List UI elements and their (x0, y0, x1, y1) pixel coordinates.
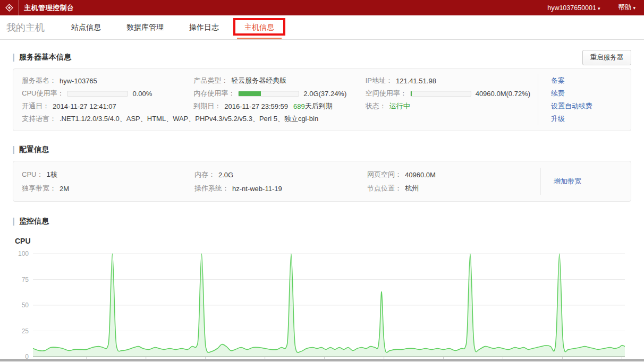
memory-usage-progressbar (238, 91, 299, 97)
main-nav: 我的主机 站点信息 数据库管理 操作日志 主机信息 (0, 15, 644, 40)
section-marker (13, 218, 14, 226)
svg-text:50: 50 (22, 301, 29, 309)
config-cpu: 1核 (46, 170, 57, 179)
upgrade-link[interactable]: 升级 (551, 115, 565, 123)
cpu-usage-value: 0.00% (132, 90, 152, 98)
section-title: 服务器基本信息 (19, 53, 71, 62)
section-title: 监控信息 (19, 217, 49, 226)
section-title: 配置信息 (19, 145, 49, 154)
disk-usage-value: 40960.0M(0.72%) (476, 90, 530, 98)
section-marker (13, 146, 14, 154)
cpu-usage-chart: 025507510020:0022:0001 - 902:0004:0006:0… (13, 247, 631, 362)
user-name: hyw1037650001 (547, 4, 596, 12)
config-info-box: CPU：1核 内存：2.0G 网页空间：40960.0M 独享带宽：2M 操作系… (13, 161, 631, 202)
user-menu[interactable]: hyw1037650001▾ (547, 4, 600, 12)
restart-server-button[interactable]: 重启服务器 (582, 50, 632, 65)
svg-text:75: 75 (22, 276, 29, 283)
open-date: 2014-11-27 12:41:07 (53, 102, 116, 110)
server-action-links: 备案 续费 设置自动续费 升级 (538, 74, 631, 125)
days-to-expire: 689 (293, 102, 305, 110)
server-name: hyw-103765 (60, 77, 97, 85)
ip-address: 121.41.51.98 (396, 77, 436, 85)
svg-text:100: 100 (18, 250, 29, 257)
tab-site-info[interactable]: 站点信息 (68, 15, 104, 39)
supported-languages: .NET1.1/2.0/3.5/4.0、ASP、HTML、WAP、PHPv4.3… (60, 114, 318, 124)
chevron-down-icon: ▾ (598, 6, 600, 11)
svg-text:25: 25 (22, 327, 29, 335)
product-type: 轻云服务器经典版 (231, 76, 286, 85)
auto-renew-link[interactable]: 设置自动续费 (551, 102, 592, 110)
expire-date: 2016-11-27 23:59:59 (224, 102, 288, 110)
config-webspace: 40960.0M (405, 171, 436, 179)
active-tab-underline (237, 38, 282, 39)
top-bar: 主机管理控制台 hyw1037650001▾ 帮助▾ (0, 0, 644, 15)
horizontal-scrollbar[interactable] (0, 359, 644, 361)
help-menu[interactable]: 帮助▾ (618, 3, 635, 12)
tab-operation-log[interactable]: 操作日志 (186, 15, 222, 39)
tab-host-info[interactable]: 主机信息 (241, 15, 277, 39)
renew-link[interactable]: 续费 (551, 89, 565, 97)
chart-title: CPU (15, 237, 631, 245)
app-title: 主机管理控制台 (19, 3, 74, 13)
config-memory: 2.0G (218, 171, 233, 179)
config-bandwidth: 2M (60, 185, 69, 193)
add-bandwidth-link[interactable]: 增加带宽 (554, 177, 581, 186)
console-logo-icon (0, 4, 18, 12)
config-os: hz-nt-web-11-19 (232, 185, 282, 193)
config-node-location: 杭州 (405, 184, 419, 193)
server-info-box: 服务器名：hyw-103765 产品类型：轻云服务器经典版 IP地址：121.4… (13, 68, 631, 131)
chevron-down-icon: ▾ (633, 5, 635, 11)
section-server-info: 服务器基本信息 重启服务器 (13, 50, 631, 64)
status-badge: 运行中 (389, 101, 410, 111)
beian-link[interactable]: 备案 (551, 76, 565, 84)
disk-usage-progressbar (410, 91, 471, 97)
tab-bar: 站点信息 数据库管理 操作日志 主机信息 (68, 15, 296, 39)
section-monitor-info: 监控信息 (13, 214, 631, 228)
section-marker (13, 54, 14, 62)
memory-usage-value: 2.0G(37.24%) (303, 90, 346, 98)
cpu-usage-progressbar (67, 91, 128, 97)
tab-database[interactable]: 数据库管理 (123, 15, 167, 39)
section-config-info: 配置信息 (13, 143, 631, 157)
page-title: 我的主机 (6, 15, 45, 39)
help-label: 帮助 (618, 4, 631, 11)
